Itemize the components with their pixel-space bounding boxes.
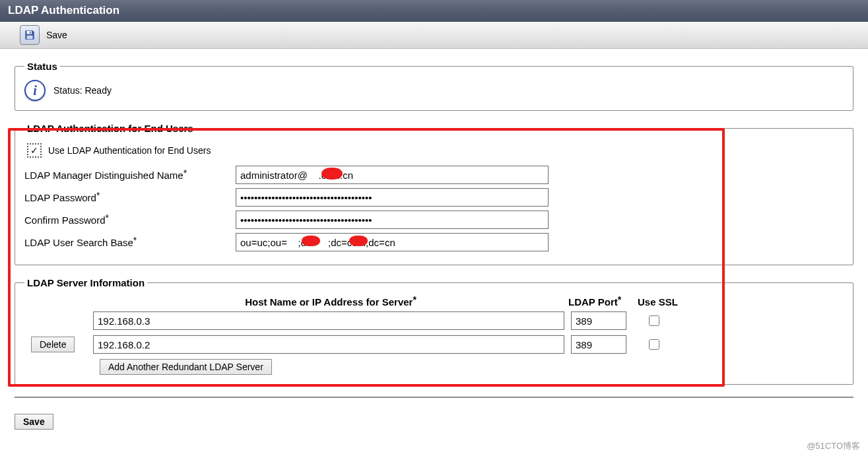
ldap-server-legend: LDAP Server Information [24,277,147,288]
manager-dn-input[interactable] [236,166,549,184]
toolbar: Save [0,22,868,49]
server-port-input[interactable] [571,311,626,330]
status-legend: Status [24,61,60,72]
save-button-top-label: Save [46,30,67,40]
add-server-button[interactable]: Add Another Redundant LDAP Server [100,359,272,375]
save-icon [20,25,40,45]
server-host-input[interactable] [93,335,564,354]
use-ldap-checkbox[interactable]: ✓ [27,143,42,158]
search-base-input[interactable] [236,233,549,251]
svg-rect-0 [27,31,32,34]
search-base-label: LDAP User Search Base* [24,237,236,248]
svg-rect-1 [27,36,33,39]
ldap-auth-legend: LDAP Authentication for End Users [24,123,196,134]
server-row: Delete [24,335,844,354]
content-area: Status i Status: Ready LDAP Authenticati… [0,49,868,414]
server-table-header: Host Name or IP Address for Server* LDAP… [24,296,844,308]
redaction-mark [349,236,368,246]
server-row [24,311,844,330]
delete-server-button[interactable]: Delete [31,337,75,352]
server-port-input[interactable] [571,335,626,354]
status-fieldset: Status i Status: Ready [15,61,853,111]
ldap-auth-fieldset: LDAP Authentication for End Users ✓ Use … [15,123,853,265]
save-button-top[interactable]: Save [20,25,67,45]
ldap-password-label: LDAP Password* [24,192,236,203]
save-button-bottom[interactable]: Save [15,414,53,430]
ldap-server-fieldset: LDAP Server Information Host Name or IP … [15,277,853,385]
page-title: LDAP Authentication [8,4,119,16]
info-icon: i [24,80,46,101]
status-text: Status: Ready [53,85,112,96]
redaction-mark [321,168,343,179]
server-ssl-checkbox[interactable] [649,339,659,350]
server-host-input[interactable] [93,311,564,330]
bottom-actions: Save [0,414,868,430]
watermark: @51CTO博客 [807,440,860,452]
manager-dn-label: LDAP Manager Distinguished Name* [24,170,236,181]
redaction-mark [302,236,320,246]
confirm-password-input[interactable] [236,211,549,229]
server-ssl-checkbox[interactable] [649,315,659,326]
confirm-password-label: Confirm Password* [24,214,236,226]
page-title-bar: LDAP Authentication [0,0,868,22]
use-ldap-label: Use LDAP Authentication for End Users [48,145,211,156]
svg-rect-2 [30,32,31,34]
separator [15,397,853,398]
ldap-password-input[interactable] [236,188,549,207]
